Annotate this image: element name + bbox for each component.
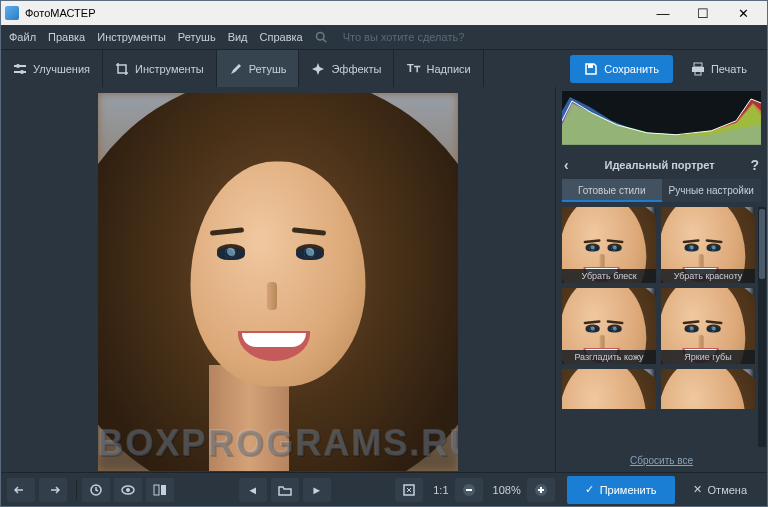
tab-retouch-label: Ретушь bbox=[249, 63, 287, 75]
menu-file[interactable]: Файл bbox=[9, 31, 36, 43]
crop-icon bbox=[115, 62, 129, 76]
svg-rect-4 bbox=[588, 64, 593, 68]
footer: ◄ ► 1:1 108% ✓ Применить ✕ Отмена bbox=[1, 472, 767, 506]
preset-smooth-skin[interactable]: Разгладить кожу bbox=[562, 288, 656, 364]
canvas-area[interactable]: BOXPROGRAMS.RU bbox=[1, 87, 555, 472]
svg-rect-15 bbox=[154, 485, 159, 495]
histogram[interactable] bbox=[562, 91, 761, 145]
menu-help[interactable]: Справка bbox=[260, 31, 303, 43]
preset-bright-lips[interactable]: Яркие губы bbox=[661, 288, 755, 364]
tab-retouch[interactable]: Ретушь bbox=[217, 50, 300, 87]
tab-instruments[interactable]: Инструменты bbox=[103, 50, 217, 87]
panel-title: Идеальный портрет bbox=[604, 159, 714, 171]
presets-area: Убрать блеск Убрать красноту Разгладить … bbox=[556, 202, 767, 449]
app-icon bbox=[5, 6, 19, 20]
print-button[interactable]: Печать bbox=[681, 55, 757, 83]
text-icon: Tᴛ bbox=[406, 62, 420, 76]
tab-effects[interactable]: Эффекты bbox=[299, 50, 394, 87]
minimize-button[interactable]: — bbox=[643, 2, 683, 24]
menu-edit[interactable]: Правка bbox=[48, 31, 85, 43]
tab-text-label: Надписи bbox=[426, 63, 470, 75]
tab-instruments-label: Инструменты bbox=[135, 63, 204, 75]
redo-button[interactable] bbox=[39, 478, 67, 502]
preset-row-partial-2[interactable] bbox=[661, 369, 755, 409]
preset-label: Разгладить кожу bbox=[562, 350, 656, 364]
preview-button[interactable] bbox=[114, 478, 142, 502]
svg-point-3 bbox=[20, 70, 24, 74]
nav-prev-button[interactable]: ◄ bbox=[239, 478, 267, 502]
save-label: Сохранить bbox=[604, 63, 659, 75]
maximize-button[interactable]: ☐ bbox=[683, 2, 723, 24]
toolbar: Улучшения Инструменты Ретушь Эффекты Tᴛ … bbox=[1, 49, 767, 87]
print-icon bbox=[691, 62, 705, 76]
sparkle-icon bbox=[311, 62, 325, 76]
tab-text[interactable]: Tᴛ Надписи bbox=[394, 50, 483, 87]
history-button[interactable] bbox=[82, 478, 110, 502]
tab-enhance-label: Улучшения bbox=[33, 63, 90, 75]
preset-label: Убрать красноту bbox=[661, 269, 755, 283]
menu-instruments[interactable]: Инструменты bbox=[97, 31, 166, 43]
photo: BOXPROGRAMS.RU bbox=[98, 93, 458, 471]
compare-button[interactable] bbox=[146, 478, 174, 502]
right-panel: ‹ Идеальный портрет ? Готовые стили Ручн… bbox=[555, 87, 767, 472]
nav-next-button[interactable]: ► bbox=[303, 478, 331, 502]
zoom-in-button[interactable] bbox=[527, 478, 555, 502]
tab-effects-label: Эффекты bbox=[331, 63, 381, 75]
reset-all-link[interactable]: Сбросить все bbox=[556, 449, 767, 472]
close-icon: ✕ bbox=[693, 483, 702, 496]
svg-point-2 bbox=[16, 64, 20, 68]
preset-remove-shine[interactable]: Убрать блеск bbox=[562, 207, 656, 283]
search-icon bbox=[315, 31, 327, 43]
preset-scrollbar[interactable] bbox=[758, 207, 766, 447]
svg-point-14 bbox=[126, 488, 130, 492]
zoom-percent-label: 108% bbox=[493, 484, 521, 496]
close-button[interactable]: ✕ bbox=[723, 2, 763, 24]
preset-remove-redness[interactable]: Убрать красноту bbox=[661, 207, 755, 283]
check-icon: ✓ bbox=[585, 483, 594, 496]
tab-enhance[interactable]: Улучшения bbox=[1, 50, 103, 87]
svg-point-0 bbox=[316, 33, 324, 41]
menu-retouch[interactable]: Ретушь bbox=[178, 31, 216, 43]
subtab-manual[interactable]: Ручные настройки bbox=[662, 179, 762, 202]
sliders-icon bbox=[13, 62, 27, 76]
apply-button[interactable]: ✓ Применить bbox=[567, 476, 675, 504]
titlebar: ФотоМАСТЕР — ☐ ✕ bbox=[1, 1, 767, 25]
svg-line-1 bbox=[323, 39, 326, 42]
menu-view[interactable]: Вид bbox=[228, 31, 248, 43]
brush-icon bbox=[229, 62, 243, 76]
preset-label: Убрать блеск bbox=[562, 269, 656, 283]
zoom-out-button[interactable] bbox=[455, 478, 483, 502]
search-placeholder[interactable]: Что вы хотите сделать? bbox=[343, 31, 465, 43]
scrollbar-thumb[interactable] bbox=[759, 209, 765, 279]
save-icon bbox=[584, 62, 598, 76]
preset-row-partial-1[interactable] bbox=[562, 369, 656, 409]
subtab-ready-styles[interactable]: Готовые стили bbox=[562, 179, 662, 202]
svg-rect-16 bbox=[161, 485, 166, 495]
open-folder-button[interactable] bbox=[271, 478, 299, 502]
svg-rect-5 bbox=[694, 63, 702, 67]
panel-back-button[interactable]: ‹ bbox=[564, 157, 569, 173]
preset-label: Яркие губы bbox=[661, 350, 755, 364]
undo-button[interactable] bbox=[7, 478, 35, 502]
zoom-ratio-label[interactable]: 1:1 bbox=[433, 484, 448, 496]
cancel-label: Отмена bbox=[708, 484, 747, 496]
menubar: Файл Правка Инструменты Ретушь Вид Справ… bbox=[1, 25, 767, 49]
print-label: Печать bbox=[711, 63, 747, 75]
apply-label: Применить bbox=[600, 484, 657, 496]
app-title: ФотоМАСТЕР bbox=[25, 7, 96, 19]
save-button[interactable]: Сохранить bbox=[570, 55, 673, 83]
fit-screen-button[interactable] bbox=[395, 478, 423, 502]
cancel-button[interactable]: ✕ Отмена bbox=[679, 476, 761, 504]
panel-help-button[interactable]: ? bbox=[750, 157, 759, 173]
